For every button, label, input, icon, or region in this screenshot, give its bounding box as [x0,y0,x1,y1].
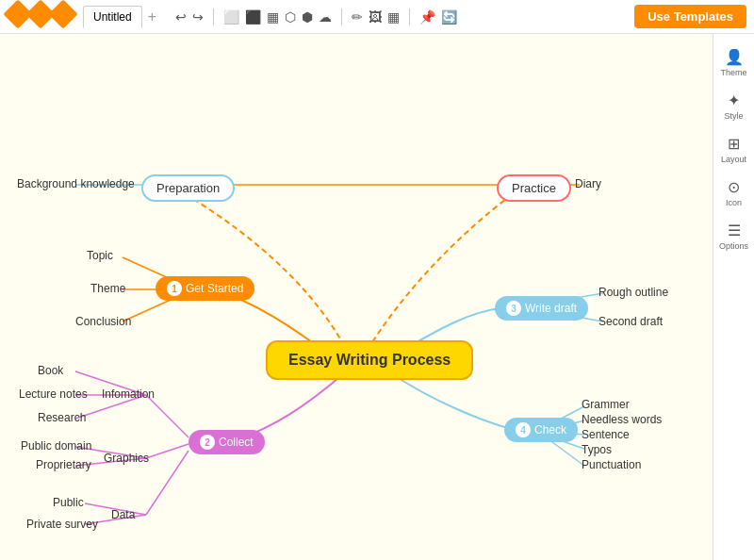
canvas[interactable]: Essay Writing Process Preparation Practi… [0,34,713,560]
layout-label-sidebar: Layout [721,155,746,164]
logo-diamond-3 [48,0,77,29]
node-number-2: 2 [200,435,215,450]
private-survey-label: Private survey [26,518,98,531]
background-knowledge-label: Background knowledge [17,177,135,190]
practice-node[interactable]: Practice [497,174,571,202]
tab-area: Untitled + [83,6,156,28]
logo [8,4,74,25]
sidebar-icon-item[interactable]: ⊙ Icon [716,172,752,213]
proprietary-label: Proprietary [36,458,91,471]
rough-outline-label: Rough outline [598,286,668,299]
toolbar-icons: ↩ ↪ ⬜ ⬛ ▦ ⬡ ⬢ ☁ ✏ 🖼 ▦ 📌 🔄 [175,8,457,25]
topic-label: Topic [87,249,113,262]
node-number-3: 3 [506,301,521,316]
theme-label: Theme [90,282,125,295]
check-node[interactable]: 4 Check [504,418,578,442]
data-label: Data [111,508,135,521]
public-label: Public [53,496,84,509]
pen-icon[interactable]: ✏ [352,9,363,25]
collect-node[interactable]: 2 Collect [188,430,265,454]
image-icon[interactable]: 🖼 [369,9,382,25]
style-icon: ✦ [728,91,740,109]
center-node[interactable]: Essay Writing Process [266,340,473,380]
main-area: Essay Writing Process Preparation Practi… [0,34,754,560]
sidebar-layout[interactable]: ⊞ Layout [716,128,752,170]
graphics-label: Graphics [104,452,149,465]
theme-label-sidebar: Theme [720,68,746,77]
information-label: Infomation [102,387,155,401]
use-templates-button[interactable]: Use Templates [634,5,746,28]
icon-label-sidebar: Icon [726,198,742,207]
shape-icon-3[interactable]: ▦ [267,9,279,25]
redo-icon[interactable]: ↪ [192,9,204,25]
shape-icon-4[interactable]: ⬡ [285,9,296,25]
icon-icon: ⊙ [728,178,740,196]
sidebar-options[interactable]: ☰ Options [716,215,752,256]
research-label: Research [38,411,86,424]
public-domain-label: Public domain [21,439,91,453]
svg-line-14 [146,451,188,515]
preparation-node[interactable]: Preparation [141,174,235,202]
lecture-notes-label: Lecture notes [19,387,88,401]
options-label-sidebar: Options [719,241,748,251]
separator-1 [213,8,214,25]
svg-line-11 [146,444,188,458]
right-sidebar: 👤 Theme ✦ Style ⊞ Layout ⊙ Icon ☰ Option… [713,34,754,560]
separator-2 [341,8,342,25]
sidebar-style[interactable]: ✦ Style [716,85,752,126]
pin-icon[interactable]: 📌 [419,9,435,25]
second-draft-label: Second draft [598,315,663,328]
needless-words-label: Needless words [582,413,662,426]
write-draft-node[interactable]: 3 Write draft [495,296,588,321]
shape-icon-5[interactable]: ⬢ [302,9,313,25]
punctuation-label: Punctuation [582,458,641,471]
grammer-label: Grammer [582,398,630,411]
untitled-tab[interactable]: Untitled [83,6,142,28]
sidebar-theme[interactable]: 👤 Theme [716,41,752,83]
toolbar: Untitled + ↩ ↪ ⬜ ⬛ ▦ ⬡ ⬢ ☁ ✏ 🖼 ▦ 📌 🔄 Use… [0,0,754,34]
node-number-1: 1 [167,281,182,296]
get-started-node[interactable]: 1 Get Started [156,276,254,301]
undo-icon[interactable]: ↩ [175,9,187,25]
diary-label: Diary [575,177,601,190]
style-label-sidebar: Style [724,111,743,121]
sentence-label: Sentence [582,428,630,441]
conclusion-label: Conclusion [75,315,131,328]
add-tab-button[interactable]: + [148,8,156,25]
node-number-4: 4 [516,422,531,437]
refresh-icon[interactable]: 🔄 [441,9,457,25]
options-icon: ☰ [728,222,741,239]
svg-line-7 [146,395,188,437]
table-icon[interactable]: ▦ [387,9,400,25]
shape-icon-6[interactable]: ☁ [319,9,332,25]
separator-3 [409,8,410,25]
layout-icon: ⊞ [728,135,740,153]
theme-icon: 👤 [725,48,744,66]
typos-label: Typos [582,443,612,456]
book-label: Book [38,364,63,377]
shape-icon-1[interactable]: ⬜ [223,9,239,25]
shape-icon-2[interactable]: ⬛ [245,9,261,25]
